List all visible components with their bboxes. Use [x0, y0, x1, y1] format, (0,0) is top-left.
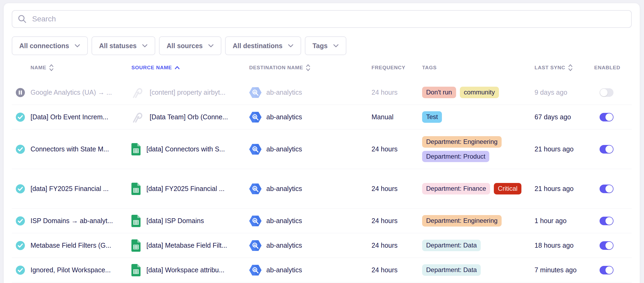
tag-badge: Department: Finance — [422, 183, 490, 194]
success-status-icon — [16, 144, 25, 154]
bigquery-destination-icon — [249, 183, 262, 194]
enabled-toggle[interactable] — [600, 145, 613, 154]
filter-destinations-dropdown[interactable]: All destinations — [225, 36, 301, 55]
connection-row[interactable]: Connectors with State M...[data] Connect… — [12, 129, 632, 169]
sort-icon — [49, 64, 54, 71]
source-cell: [data] ISP Domains — [131, 215, 249, 227]
toggle-knob — [600, 89, 608, 96]
toggle-knob — [605, 217, 613, 225]
enabled-cell — [594, 113, 632, 121]
enabled-cell — [594, 185, 632, 193]
toggle-knob — [605, 185, 613, 193]
tag-badge: Department: Engineering — [422, 136, 502, 148]
filter-connections-dropdown[interactable]: All connections — [12, 36, 88, 55]
chevron-down-icon — [74, 44, 80, 48]
connection-name: Google Analytics (UA) → ... — [31, 89, 131, 96]
source-name: [data] Metabase Field Filt... — [146, 242, 227, 249]
connections-table: NAMESOURCE NAMEDESTINATION NAMEFREQUENCY… — [12, 55, 632, 282]
frequency-value: 24 hours — [372, 185, 422, 193]
column-header-tags: TAGS — [422, 65, 535, 71]
paused-status-icon — [16, 88, 25, 97]
enabled-toggle[interactable] — [600, 241, 613, 250]
filter-label: All connections — [19, 42, 69, 50]
google-sheets-source-icon — [131, 143, 141, 155]
filter-tags-dropdown[interactable]: Tags — [305, 36, 346, 55]
column-header-destination[interactable]: DESTINATION NAME — [249, 64, 372, 71]
column-header-source[interactable]: SOURCE NAME — [131, 65, 249, 71]
chevron-down-icon — [142, 44, 148, 48]
connection-row[interactable]: [Data] Orb Event Increm...[Data Team] Or… — [12, 105, 632, 129]
enabled-cell — [594, 241, 632, 250]
last-sync-value: 18 hours ago — [535, 242, 594, 249]
enabled-toggle[interactable] — [600, 113, 613, 121]
source-name: [data] FY2025 Financial ... — [146, 185, 225, 193]
table-header-row: NAMESOURCE NAMEDESTINATION NAMEFREQUENCY… — [12, 55, 632, 80]
filter-label: All statuses — [99, 42, 137, 50]
tags-cell: Department: Data — [422, 234, 535, 257]
filter-statuses-dropdown[interactable]: All statuses — [92, 36, 155, 55]
source-cell: [data] Connectors with S... — [131, 143, 249, 155]
connection-status-cell — [16, 88, 31, 97]
search-input[interactable] — [32, 15, 626, 23]
success-status-icon — [16, 265, 25, 275]
frequency-value: 24 hours — [372, 145, 422, 153]
source-cell: [content] property airbyt... — [131, 86, 249, 99]
destination-name: ab-analytics — [266, 145, 302, 153]
source-cell: [data] Metabase Field Filt... — [131, 239, 249, 252]
destination-name: ab-analytics — [266, 113, 302, 121]
column-label: SOURCE NAME — [131, 65, 172, 71]
connection-status-cell — [16, 265, 31, 275]
bigquery-destination-icon — [249, 144, 262, 155]
source-name: [data] Connectors with S... — [146, 145, 225, 153]
column-header-last_sync[interactable]: LAST SYNC — [535, 64, 594, 71]
destination-cell: ab-analytics — [249, 265, 372, 276]
column-header-name[interactable]: NAME — [31, 64, 131, 71]
tags-cell: Test — [422, 106, 535, 128]
success-status-icon — [16, 112, 25, 122]
column-label: TAGS — [422, 65, 437, 71]
column-header-enabled: ENABLED — [594, 65, 632, 71]
enabled-toggle[interactable] — [600, 217, 613, 225]
google-sheets-source-icon — [131, 215, 141, 227]
connection-row[interactable]: [data] FY2025 Financial ...[data] FY2025… — [12, 169, 632, 209]
column-label: NAME — [31, 65, 46, 71]
search-bar — [12, 10, 632, 28]
bigquery-destination-icon — [249, 87, 262, 98]
connection-status-cell — [16, 184, 31, 194]
toggle-knob — [605, 242, 613, 249]
connection-row[interactable]: ISP Domains → ab-analyt...[data] ISP Dom… — [12, 209, 632, 233]
destination-cell: ab-analytics — [249, 87, 372, 98]
enabled-toggle[interactable] — [600, 88, 613, 97]
bigquery-destination-icon — [249, 216, 262, 226]
connection-status-cell — [16, 144, 31, 154]
connection-row[interactable]: Metabase Field Filters (G...[data] Metab… — [12, 233, 632, 258]
chevron-down-icon — [288, 44, 294, 48]
tag-badge: community — [460, 87, 499, 98]
column-header-frequency: FREQUENCY — [372, 65, 422, 71]
source-cell: [data] Workspace attribu... — [131, 264, 249, 276]
enabled-cell — [594, 88, 632, 97]
connection-name: ISP Domains → ab-analyt... — [31, 217, 131, 225]
table-body: Google Analytics (UA) → ...[content] pro… — [12, 80, 632, 282]
enabled-toggle[interactable] — [600, 185, 613, 193]
last-sync-value: 9 days ago — [535, 89, 594, 96]
filter-label: All sources — [166, 42, 203, 50]
filter-sources-dropdown[interactable]: All sources — [159, 36, 221, 55]
connection-row[interactable]: Ignored, Pilot Workspace...[data] Worksp… — [12, 258, 632, 282]
connection-name: [data] FY2025 Financial ... — [31, 185, 131, 193]
enabled-cell — [594, 217, 632, 225]
column-label: ENABLED — [594, 65, 620, 71]
last-sync-value: 1 hour ago — [535, 217, 594, 225]
connection-row[interactable]: Google Analytics (UA) → ...[content] pro… — [12, 80, 632, 105]
frequency-value: 24 hours — [372, 242, 422, 249]
enabled-toggle[interactable] — [600, 266, 613, 274]
enabled-cell — [594, 266, 632, 274]
last-sync-value: 21 hours ago — [535, 145, 594, 153]
tags-cell: Don't runcommunity — [422, 81, 535, 104]
tags-cell: Department: Engineering — [422, 210, 535, 232]
tag-badge: Don't run — [422, 87, 456, 98]
destination-name: ab-analytics — [266, 217, 302, 225]
tag-badge: Test — [422, 111, 442, 123]
tag-badge: Department: Engineering — [422, 215, 502, 227]
destination-cell: ab-analytics — [249, 216, 372, 226]
